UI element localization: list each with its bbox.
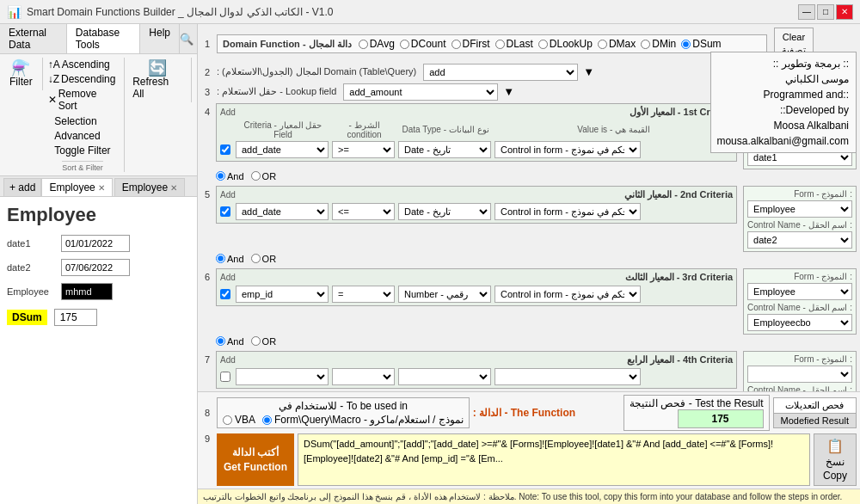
dcount-radio[interactable]: [400, 40, 409, 49]
lookup-dropdown-icon[interactable]: ▼: [503, 85, 514, 98]
dmin-radio[interactable]: [641, 40, 650, 49]
criteria-2-valueis-select[interactable]: Control in form - حكم في نموذج: [494, 203, 641, 220]
dsum-radio-label[interactable]: DSum: [681, 38, 721, 50]
criteria-1-datatype-select[interactable]: Date - تاريخ: [398, 141, 491, 158]
dlookup-radio[interactable]: [538, 40, 548, 49]
criteria-2-and-radio[interactable]: [216, 254, 225, 263]
criteria-4-form-select[interactable]: [747, 366, 852, 383]
close-button[interactable]: ✕: [836, 4, 853, 20]
form-query-radio-label[interactable]: Form\Query\Macro - نموذج / استعلام/ماكرو: [262, 414, 464, 426]
date2-input[interactable]: [61, 259, 130, 276]
criteria-3-and-label[interactable]: And: [216, 336, 244, 347]
domain-select[interactable]: add: [423, 64, 578, 81]
tab-employee-1[interactable]: Employee ✕: [41, 178, 112, 196]
employee-row: Employee: [7, 283, 190, 300]
criteria-4-form-row: : النموذج - Form: [747, 354, 852, 364]
copy-button[interactable]: 📋 نسخ Copy: [814, 433, 857, 486]
filter-button[interactable]: ⚗️ Filter: [5, 58, 37, 90]
criteria-4-control-row: : اسم الحقل - Control Name: [747, 385, 852, 391]
criteria-1-and-radio[interactable]: [216, 171, 225, 181]
criteria-3-checkbox[interactable]: [220, 289, 230, 299]
criteria-4-condition-select[interactable]: [332, 368, 395, 385]
criteria-4-datatype-select[interactable]: [398, 368, 491, 385]
criteria-2-checkbox[interactable]: [220, 206, 230, 217]
criteria-3-and-radio[interactable]: [216, 336, 225, 346]
dlast-radio-label[interactable]: DLast: [495, 38, 533, 50]
form-content: Employee date1 date2 Employee DSum 175: [0, 197, 197, 504]
tab-external-data[interactable]: External Data: [0, 24, 67, 53]
criteria-1-or-radio[interactable]: [251, 171, 261, 181]
criteria-4-field-select[interactable]: [236, 368, 329, 385]
close-tab-1[interactable]: ✕: [98, 183, 105, 193]
criteria-2-form-select[interactable]: Employee: [747, 200, 852, 218]
descending-button[interactable]: ↓Z Descending: [46, 72, 120, 86]
criteria-1-and-label[interactable]: And: [216, 171, 244, 181]
vba-radio-label[interactable]: VBA: [223, 414, 255, 426]
criteria-3-condition-select[interactable]: =: [332, 286, 395, 303]
criteria-1-valueis-select[interactable]: Control in form - حكم في نموذج: [494, 141, 641, 158]
criteria-3-control-select[interactable]: Employeecbo: [747, 314, 852, 331]
add-tab[interactable]: + add: [3, 178, 41, 196]
criteria-3-or-label[interactable]: OR: [251, 336, 277, 347]
dmax-radio[interactable]: [598, 40, 607, 49]
criteria-3-datatype-select[interactable]: Number - رقمي: [398, 286, 491, 303]
refresh-button[interactable]: 🔄 Refresh All: [128, 58, 186, 102]
form-query-radio[interactable]: [262, 415, 272, 425]
dsum-radio[interactable]: [681, 40, 691, 49]
remove-sort-button[interactable]: ✕ Remove Sort: [46, 87, 120, 113]
dfirst-radio-label[interactable]: DFirst: [452, 38, 490, 50]
dmax-radio-label[interactable]: DMax: [598, 38, 636, 50]
criteria-2-condition-select[interactable]: <=: [332, 203, 395, 220]
criteria-1-field-select[interactable]: add_date: [236, 141, 329, 158]
criteria-2-datatype-select[interactable]: Date - تاريخ: [398, 203, 491, 220]
tab-database-tools[interactable]: Database Tools: [67, 24, 140, 53]
criteria-4-checkbox[interactable]: [220, 372, 230, 382]
modified-result-button[interactable]: Modefied Result: [773, 413, 857, 428]
criteria-2-or-radio[interactable]: [251, 254, 261, 263]
davg-radio-label[interactable]: DAvg: [359, 38, 395, 50]
employee-input[interactable]: [61, 283, 113, 300]
dmin-radio-label[interactable]: DMin: [641, 38, 676, 50]
criteria-4-valueis-select[interactable]: [494, 368, 641, 385]
criteria-1-condition-select[interactable]: >=: [332, 141, 395, 158]
advanced-button[interactable]: Advanced: [52, 129, 112, 143]
check-changes-button[interactable]: فحص التعديلات: [773, 397, 857, 413]
vba-radio[interactable]: [223, 415, 232, 425]
davg-radio[interactable]: [359, 40, 368, 49]
ascending-button[interactable]: ↑A Ascending: [46, 58, 120, 71]
dlookup-radio-label[interactable]: DLookUp: [538, 38, 593, 50]
left-panel: External Data Database Tools Help 🔍 ⚗️: [0, 24, 198, 504]
tab-employee-2[interactable]: Employee ✕: [114, 178, 185, 196]
date1-input[interactable]: [61, 235, 130, 252]
criteria-2-control-select[interactable]: date2: [747, 231, 852, 249]
row-num-3: 3: [201, 87, 213, 97]
toggle-filter-button[interactable]: Toggle Filter: [52, 144, 112, 157]
lookup-select[interactable]: add_amount: [343, 83, 498, 101]
selection-button[interactable]: Selection: [52, 114, 112, 128]
tab-help[interactable]: Help: [140, 24, 180, 53]
row-num-4: 4: [201, 103, 213, 183]
minimize-button[interactable]: —: [798, 4, 815, 20]
criteria-3-field-select[interactable]: emp_id: [236, 286, 329, 303]
criteria-1-or-label[interactable]: OR: [251, 171, 277, 181]
dfirst-radio[interactable]: [452, 40, 461, 49]
close-tab-2[interactable]: ✕: [170, 183, 177, 193]
get-function-button[interactable]: أكتب الدالة Get Function: [217, 433, 294, 486]
criteria-2-field-select[interactable]: add_date: [236, 203, 329, 220]
dcount-radio-label[interactable]: DCount: [400, 38, 446, 50]
criteria-3-valueis-select[interactable]: Control in form - حكم في نموذج: [494, 286, 641, 303]
search-icon[interactable]: 🔍: [180, 33, 194, 46]
criteria-2-and-label[interactable]: And: [216, 254, 244, 264]
criteria-2-or-label[interactable]: OR: [251, 254, 277, 264]
criteria-3-or-radio[interactable]: [251, 336, 261, 346]
right-panel: :: برمجة وتطوير :: موسى الكلباني ::Progr…: [198, 24, 860, 504]
criteria-4-content: Add 4th Criteria - المعيار الرابع: [216, 351, 857, 391]
result-input[interactable]: [678, 409, 764, 428]
dlast-radio[interactable]: [495, 40, 505, 49]
criteria-2-main: Add 2nd Criteria - المعيار الثاني add_da…: [216, 186, 737, 224]
criteria-3-form-select[interactable]: Employee: [747, 283, 852, 300]
control-label-2: : اسم الحقل - Control Name: [747, 220, 852, 230]
domain-dropdown-icon[interactable]: ▼: [583, 65, 594, 78]
maximize-button[interactable]: □: [817, 4, 834, 20]
criteria-1-checkbox[interactable]: [220, 144, 230, 155]
